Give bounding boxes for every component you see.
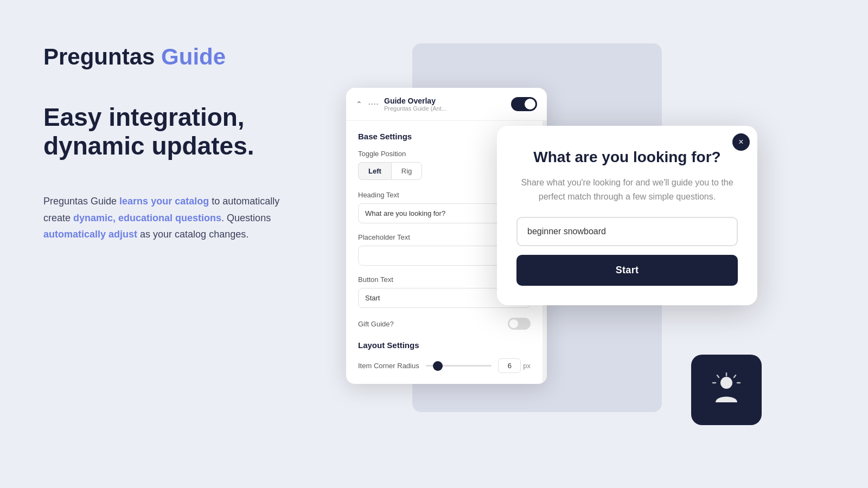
guide-search-input[interactable] <box>516 217 738 246</box>
gift-guide-row: Gift Guide? <box>358 318 531 330</box>
corner-radius-row: Item Corner Radius px <box>358 358 531 373</box>
link-adjust: automatically adjust <box>43 229 137 240</box>
guide-overlay-toggle[interactable] <box>511 97 537 111</box>
brand-accent: Guide <box>161 44 226 69</box>
svg-point-0 <box>720 377 732 389</box>
layout-settings-label: Layout Settings <box>358 341 531 350</box>
slider-track <box>426 365 492 367</box>
bulb-person-icon <box>707 371 745 409</box>
guide-description: Share what you're looking for and we'll … <box>516 176 738 203</box>
settings-subtitle: Preguntas Guide (Ant... <box>384 105 506 112</box>
guide-overlay-popup: × What are you looking for? Share what y… <box>497 126 757 305</box>
close-button[interactable]: × <box>732 133 750 151</box>
left-panel: Preguntas Guide Easy integration, dynami… <box>43 43 336 243</box>
tagline: Easy integration, dynamic updates. <box>43 103 336 160</box>
title-group: Guide Overlay Preguntas Guide (Ant... <box>384 97 506 112</box>
corner-radius-input[interactable] <box>498 358 521 373</box>
settings-header: ⌃ ⋅⋅⋅⋅ Guide Overlay Preguntas Guide (An… <box>346 88 547 121</box>
settings-main-title: Guide Overlay <box>384 97 506 105</box>
gift-guide-toggle[interactable] <box>508 318 531 330</box>
guide-title: What are you looking for? <box>516 147 738 167</box>
px-input-group: px <box>498 358 531 373</box>
corner-radius-label: Item Corner Radius <box>358 362 419 370</box>
grid-icon: ⋅⋅⋅⋅ <box>368 99 379 110</box>
avatar-bulb-button[interactable] <box>691 355 762 425</box>
svg-line-2 <box>734 375 736 377</box>
chevron-up-icon[interactable]: ⌃ <box>356 100 362 108</box>
gift-guide-label: Gift Guide? <box>358 320 394 328</box>
toggle-left-btn[interactable]: Left <box>358 162 391 180</box>
guide-start-button[interactable]: Start <box>516 255 738 286</box>
link-questions: dynamic, educational questions <box>73 213 221 223</box>
slider-thumb[interactable] <box>433 361 443 371</box>
description: Preguntas Guide learns your catalog to a… <box>43 193 304 243</box>
link-catalog: learns your catalog <box>119 196 209 207</box>
brand-title: Preguntas Guide <box>43 43 336 70</box>
corner-radius-slider[interactable] <box>426 361 492 371</box>
toggle-right-btn[interactable]: Rig <box>391 162 423 180</box>
svg-line-4 <box>717 375 719 377</box>
px-label: px <box>523 362 531 370</box>
